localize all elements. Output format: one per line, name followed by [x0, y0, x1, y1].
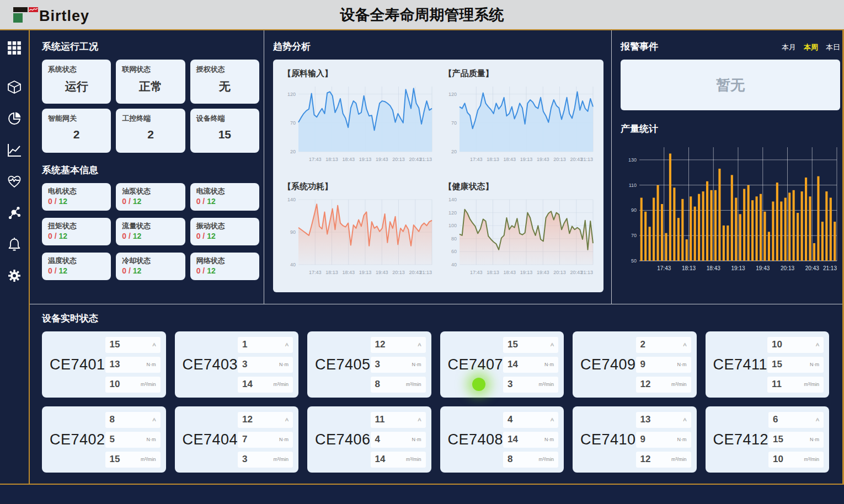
metric-row: 11A — [371, 412, 426, 428]
alarm-tab-本日[interactable]: 本日 — [826, 42, 840, 52]
running-indicator-dot — [472, 378, 485, 391]
cube-icon[interactable] — [7, 79, 22, 95]
svg-text:19:13: 19:13 — [359, 270, 372, 275]
svg-text:20:13: 20:13 — [392, 270, 405, 275]
metric-value: 2 — [640, 339, 645, 350]
metric-value: 8 — [110, 414, 115, 425]
status-card-label: 授权状态 — [196, 65, 253, 74]
metric-unit: m³/min — [671, 457, 687, 462]
info-card-count: 0 / 12 — [122, 197, 179, 206]
status-card: 设备终端15 — [190, 109, 259, 153]
metric-value: 12 — [242, 414, 253, 425]
info-count-current: 0 / — [48, 197, 58, 206]
metric-row: 3N·m — [371, 357, 426, 373]
device-card-CE7410[interactable]: CE741013A9N·m12m³/min — [573, 406, 697, 473]
device-metrics: 10A15N·m11m³/min — [767, 337, 824, 393]
info-count-total: 12 — [133, 266, 142, 275]
info-card: 电流状态0 / 12 — [190, 183, 259, 211]
alarm-title: 报警事件 — [621, 40, 658, 53]
chart-product-quality-title: 【产品质量】 — [444, 68, 599, 79]
metric-row: 14N·m — [503, 357, 558, 373]
svg-text:90: 90 — [290, 229, 296, 235]
device-card-CE7403[interactable]: CE74031A3N·m14m³/min — [175, 331, 299, 398]
status-card-value: 无 — [196, 79, 253, 94]
svg-text:20: 20 — [290, 149, 296, 154]
svg-text:19:43: 19:43 — [376, 157, 388, 162]
device-metrics: 11A4N·m14m³/min — [371, 412, 426, 468]
svg-text:21:13: 21:13 — [419, 157, 432, 162]
chart-raw-input: 【原料输入】 120702017:4318:1318:4319:1319:432… — [281, 66, 437, 176]
device-card-CE7405[interactable]: CE740512A3N·m8m³/min — [307, 331, 431, 398]
settings-gear-icon[interactable] — [7, 268, 22, 283]
metric-unit: m³/min — [141, 382, 156, 387]
svg-text:21:13: 21:13 — [823, 265, 837, 271]
pie-chart-icon[interactable] — [7, 111, 22, 126]
health-heart-icon[interactable] — [7, 174, 22, 189]
info-card: 温度状态0 / 12 — [42, 253, 111, 280]
info-card-count: 0 / 12 — [122, 266, 179, 275]
alarm-tab-本周[interactable]: 本周 — [804, 42, 818, 52]
svg-text:120: 120 — [448, 92, 456, 97]
svg-text:19:13: 19:13 — [520, 270, 532, 275]
svg-text:80: 80 — [451, 236, 456, 242]
svg-text:19:43: 19:43 — [756, 265, 770, 271]
status-card: 系统状态运行 — [42, 60, 111, 104]
alarm-tab-本月[interactable]: 本月 — [782, 42, 796, 52]
top-grid: 系统运行工况 系统状态运行联网状态正常授权状态无智能网关2工控终端2设备终端15… — [30, 30, 842, 304]
info-card: 冷却状态0 / 12 — [116, 253, 185, 280]
metric-row: 12A — [371, 337, 426, 353]
metric-row: 14N·m — [503, 432, 558, 448]
device-card-CE7401[interactable]: CE740115A13N·m10m³/min — [42, 331, 166, 398]
metric-value: 1 — [242, 339, 247, 350]
device-card-CE7411[interactable]: CE741110A15N·m11m³/min — [706, 331, 830, 398]
svg-text:18:43: 18:43 — [342, 157, 355, 162]
svg-text:40: 40 — [451, 262, 456, 267]
apps-grid-icon[interactable] — [7, 40, 22, 56]
metric-unit: A — [285, 417, 289, 422]
metric-value: 5 — [110, 434, 115, 445]
svg-text:60: 60 — [451, 249, 456, 254]
metric-unit: N·m — [677, 437, 687, 442]
svg-text:120: 120 — [448, 210, 456, 216]
metric-unit: A — [683, 417, 686, 422]
metric-row: 10A — [767, 337, 824, 353]
line-chart-icon[interactable] — [7, 142, 22, 158]
metric-value: 11 — [375, 414, 385, 425]
device-card-CE7404[interactable]: CE740412A7N·m3m³/min — [175, 406, 299, 473]
metric-value: 10 — [772, 339, 782, 350]
device-card-CE7407[interactable]: CE740715A14N·m3m³/min — [440, 331, 564, 398]
info-card-label: 扭矩状态 — [48, 221, 105, 231]
svg-text:70: 70 — [290, 120, 296, 126]
topology-icon[interactable] — [7, 205, 22, 221]
info-count-total: 12 — [58, 232, 67, 240]
device-card-CE7402[interactable]: CE74028A5N·m15m³/min — [42, 406, 166, 473]
bell-icon[interactable] — [7, 237, 22, 252]
device-card-CE7406[interactable]: CE740611A4N·m14m³/min — [307, 406, 431, 473]
metric-value: 8 — [508, 454, 512, 465]
metric-unit: m³/min — [671, 382, 687, 387]
device-card-CE7409[interactable]: CE74092A9N·m12m³/min — [573, 331, 697, 398]
info-card: 扭矩状态0 / 12 — [42, 218, 111, 245]
svg-text:20:13: 20:13 — [781, 265, 794, 271]
metric-value: 13 — [640, 414, 651, 425]
metric-row: 12m³/min — [636, 452, 691, 468]
metric-row: 1A — [238, 337, 293, 353]
device-grid: CE740115A13N·m10m³/minCE74031A3N·m14m³/m… — [42, 331, 829, 473]
metric-value: 10 — [110, 379, 120, 390]
metric-unit: N·m — [677, 362, 687, 367]
metric-row: 15m³/min — [105, 452, 161, 468]
metric-value: 7 — [242, 434, 247, 445]
info-card-label: 冷却状态 — [122, 256, 179, 266]
svg-text:20: 20 — [451, 149, 456, 154]
svg-text:19:43: 19:43 — [536, 270, 549, 275]
alarm-tabs: 本月本周本日 — [782, 42, 840, 52]
device-card-CE7408[interactable]: CE74084A14N·m8m³/min — [440, 406, 564, 473]
metric-unit: A — [152, 342, 156, 347]
status-card: 智能网关2 — [42, 109, 111, 153]
metric-value: 9 — [640, 434, 645, 445]
metric-row: 10m³/min — [105, 377, 161, 393]
device-card-CE7412[interactable]: CE74126A15N·m10m³/min — [706, 406, 830, 473]
metric-row: 13N·m — [105, 357, 161, 373]
panel-alarm-production: 报警事件 本月本周本日 暂无 产量统计 13011090705017:4318:… — [611, 30, 844, 304]
svg-text:40: 40 — [290, 262, 296, 267]
